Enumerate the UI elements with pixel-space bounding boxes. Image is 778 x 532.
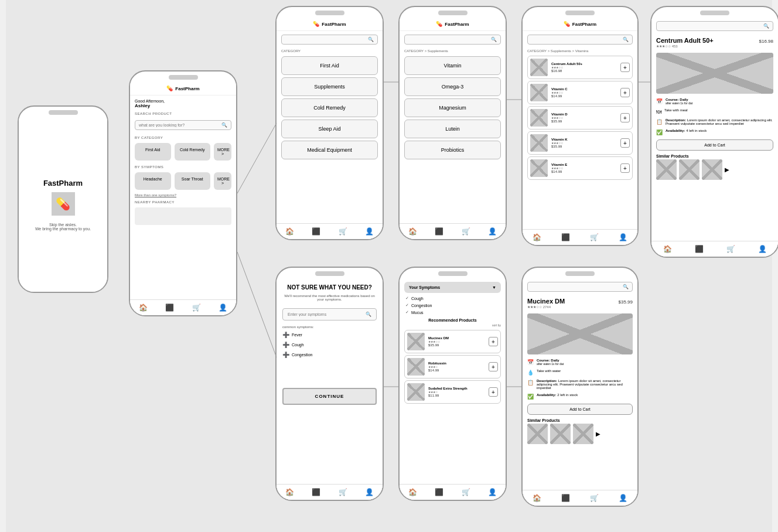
your-symptoms-bar[interactable]: Your Symptoms ▼ bbox=[404, 282, 501, 293]
similar-arrow[interactable]: ▶ bbox=[725, 166, 729, 173]
vit-breadcrumb: CATEGORY > Supplements > Vitamins bbox=[523, 48, 637, 54]
supp-btn-lutein[interactable]: Lutein bbox=[404, 120, 501, 138]
detail-search-input[interactable] bbox=[660, 24, 763, 28]
centrum-rating: ★★★☆☆ 453 bbox=[651, 44, 778, 50]
cat-first-aid[interactable]: First Aid bbox=[135, 143, 171, 161]
nav-tablet[interactable]: ⬛ bbox=[435, 227, 443, 236]
nav-user[interactable]: 👤 bbox=[365, 227, 374, 236]
symptom-cough[interactable]: ➕ Cough bbox=[277, 340, 383, 350]
supp-btn-vitamin[interactable]: Vitamin bbox=[404, 56, 501, 75]
notch bbox=[315, 271, 344, 276]
more-symptoms-btn[interactable]: MORE > bbox=[214, 172, 231, 190]
nav-tablet[interactable]: ⬛ bbox=[435, 488, 443, 496]
mucinex-search-input[interactable] bbox=[531, 285, 623, 289]
add-robitussin-btn[interactable]: + bbox=[489, 362, 498, 371]
mucinex-add-cart-btn[interactable]: Add to Cart bbox=[527, 404, 633, 415]
add-vite-btn[interactable]: + bbox=[620, 163, 630, 173]
splash-screen: FastPharm 💊 Skip the aisles. We bring th… bbox=[19, 117, 107, 292]
symptom-search-input[interactable] bbox=[288, 312, 366, 316]
nav-cart[interactable]: 🛒 bbox=[590, 494, 599, 502]
meal-icon: 🍽 bbox=[656, 109, 661, 115]
sym-soar-throat[interactable]: Soar Throat bbox=[175, 172, 211, 190]
nav-user[interactable]: 👤 bbox=[219, 303, 227, 312]
nav-cart[interactable]: 🛒 bbox=[462, 488, 470, 496]
nav-user[interactable]: 👤 bbox=[619, 233, 627, 241]
sym-headache[interactable]: Headache bbox=[135, 172, 171, 190]
sort-row: sort by bbox=[400, 323, 506, 328]
mucinex-detail-price: $35.99 bbox=[619, 299, 633, 305]
nav-cart[interactable]: 🛒 bbox=[339, 488, 347, 496]
vit-search[interactable]: 🔍 bbox=[527, 35, 633, 45]
mucinex-detail-content: Mucinex DM $35.99 ★★★☆☆ 2744 📅 Course: D… bbox=[523, 295, 637, 490]
supp-search-input[interactable] bbox=[408, 37, 491, 42]
supp-btn-omega3[interactable]: Omega-3 bbox=[404, 77, 501, 96]
add-mucinex-btn[interactable]: + bbox=[489, 337, 498, 346]
cat-btn-supplements[interactable]: Supplements bbox=[281, 77, 378, 96]
add-vitk-btn[interactable]: + bbox=[620, 138, 630, 148]
nav-home[interactable]: 🏠 bbox=[408, 227, 417, 236]
vitk-thumb bbox=[530, 134, 548, 152]
notch bbox=[315, 11, 344, 15]
supp-btn-magnesium[interactable]: Magnesium bbox=[404, 98, 501, 117]
cat-btn-medical-equipment[interactable]: Medical Equipment bbox=[281, 141, 378, 159]
add-cart-button[interactable]: Add to Cart bbox=[656, 139, 773, 151]
mucinex-similar-arrow[interactable]: ▶ bbox=[596, 431, 600, 437]
supplements-screen: 💊 FastPharm 🔍 CATEGORY > Supplements Vit… bbox=[400, 18, 506, 239]
add-centrum-btn[interactable]: + bbox=[620, 63, 630, 72]
mucinex-detail-rating: ★★★☆☆ 2744 bbox=[523, 305, 637, 311]
detail-search[interactable]: 🔍 bbox=[656, 21, 773, 31]
more-symptoms-link[interactable]: More than one symptoms? bbox=[130, 192, 236, 198]
cat-cold-remedy[interactable]: Cold Remedy bbox=[175, 143, 211, 161]
phone-symptom-input: NOT SURE WHAT YOU NEED? We'll recommend … bbox=[275, 267, 384, 501]
nav-home[interactable]: 🏠 bbox=[139, 303, 148, 312]
nav-tablet[interactable]: ⬛ bbox=[561, 494, 570, 502]
nav-tablet[interactable]: ⬛ bbox=[165, 303, 174, 312]
nav-user[interactable]: 👤 bbox=[365, 488, 374, 496]
nav-tablet[interactable]: ⬛ bbox=[695, 245, 704, 253]
nav-user[interactable]: 👤 bbox=[488, 227, 497, 236]
category-search[interactable]: 🔍 bbox=[281, 35, 378, 45]
sort-label[interactable]: sort by bbox=[492, 323, 501, 327]
notch bbox=[438, 11, 468, 15]
logo-icon: 💊 bbox=[564, 21, 570, 27]
cat-btn-cold-remedy[interactable]: Cold Remedy bbox=[281, 98, 378, 117]
category-search-input[interactable] bbox=[285, 37, 368, 42]
more-categories-btn[interactable]: MORE > bbox=[214, 143, 231, 161]
nav-home[interactable]: 🏠 bbox=[408, 488, 417, 496]
nav-user[interactable]: 👤 bbox=[488, 488, 497, 496]
nav-tablet[interactable]: ⬛ bbox=[312, 227, 320, 236]
home-search-input[interactable] bbox=[139, 123, 221, 127]
nav-cart[interactable]: 🛒 bbox=[590, 233, 599, 241]
nav-home[interactable]: 🏠 bbox=[533, 233, 541, 241]
vit-search-input[interactable] bbox=[531, 37, 623, 42]
nav-home[interactable]: 🏠 bbox=[285, 488, 294, 496]
symptom-congestion[interactable]: ➕ Congestion bbox=[277, 350, 383, 360]
supp-btn-probiotics[interactable]: Probiotics bbox=[404, 141, 501, 159]
nav-user[interactable]: 👤 bbox=[619, 494, 627, 502]
nav-user[interactable]: 👤 bbox=[758, 245, 767, 253]
home-search-bar[interactable]: 🔍 bbox=[135, 120, 231, 130]
nav-home[interactable]: 🏠 bbox=[533, 494, 541, 502]
add-vitc-btn[interactable]: + bbox=[620, 88, 630, 97]
mucinex-search[interactable]: 🔍 bbox=[527, 282, 633, 292]
add-sudafed-btn[interactable]: + bbox=[489, 387, 498, 397]
search-icon: 🔍 bbox=[763, 23, 769, 29]
nav-cart[interactable]: 🛒 bbox=[339, 227, 347, 236]
continue-button[interactable]: CONTINUE bbox=[282, 388, 377, 405]
supp-search[interactable]: 🔍 bbox=[404, 35, 501, 45]
sudafed-thumb bbox=[407, 383, 425, 401]
nav-cart[interactable]: 🛒 bbox=[726, 245, 735, 253]
nav-home[interactable]: 🏠 bbox=[285, 227, 294, 236]
nav-tablet[interactable]: ⬛ bbox=[312, 488, 320, 496]
symptom-fever[interactable]: ➕ Fever bbox=[277, 330, 383, 340]
nav-cart[interactable]: 🛒 bbox=[462, 227, 470, 236]
cat-btn-first-aid[interactable]: First Aid bbox=[281, 56, 378, 75]
symptom-search-bar[interactable]: 🔍 bbox=[282, 308, 377, 320]
vitamins-screen: 💊 FastPharm 🔍 CATEGORY > Supplements > V… bbox=[523, 18, 637, 245]
cat-btn-sleep-aid[interactable]: Sleep Aid bbox=[281, 120, 378, 138]
nav-home[interactable]: 🏠 bbox=[663, 245, 672, 253]
nav-cart[interactable]: 🛒 bbox=[192, 303, 201, 312]
nav-tablet[interactable]: ⬛ bbox=[561, 233, 570, 241]
add-vitd-btn[interactable]: + bbox=[620, 113, 630, 122]
vitd-thumb bbox=[530, 109, 548, 127]
